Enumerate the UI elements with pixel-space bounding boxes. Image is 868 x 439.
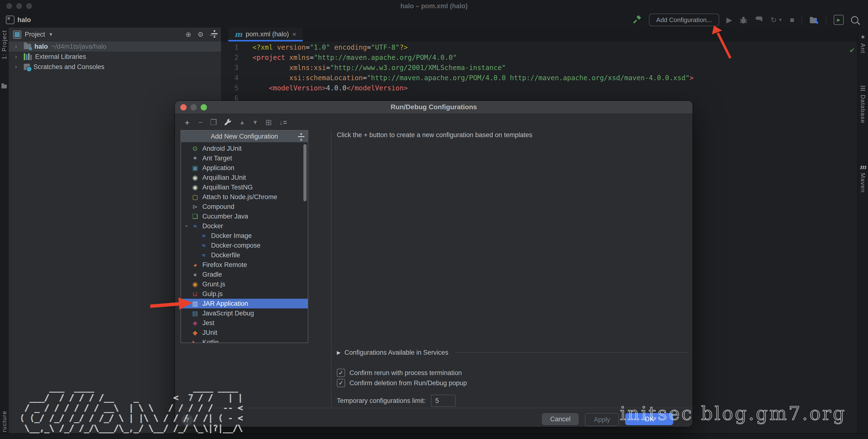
code-line: 2<project xmlns="http://maven.apache.org… [221,53,858,63]
config-type-item[interactable]: ◉Grunt.js [181,279,308,289]
chevron-right-icon[interactable]: ▶ [337,350,340,355]
project-widget[interactable]: halo [6,15,31,24]
apply-button[interactable]: Apply [585,413,619,426]
tool-windows-icon[interactable] [809,16,818,24]
config-type-label: JavaScript Debug [202,310,254,317]
code-line: 4 xsi:schemaLocation="http://maven.apach… [221,73,858,83]
config-type-item[interactable]: ›≈Docker [181,221,308,231]
config-type-item[interactable]: ●Gradle [181,270,308,279]
chevron-down-icon[interactable]: ▼ [49,32,53,37]
inspections-ok-icon[interactable]: ✔ [850,45,855,55]
kotlin-icon: ◣ [191,339,199,343]
tool-stripe-structure[interactable]: ructure [1,411,8,432]
config-type-item[interactable]: ◈Jest [181,318,308,328]
config-type-item[interactable]: ⊳Compound [181,202,308,212]
config-type-item[interactable]: ◣Kotlin [181,338,308,343]
toolbar-divider [826,16,826,24]
maven-file-icon: m [235,30,242,38]
config-type-item[interactable]: ⊔Gulp.js [181,289,308,299]
collapse-all-icon[interactable]: ▼▲ [211,30,218,38]
temporary-limit-input[interactable] [431,395,456,407]
config-type-item[interactable]: ≈Dockerfile [181,250,308,260]
add-icon[interactable]: ＋ [183,119,191,126]
config-type-item[interactable]: ▤JavaScript Debug [181,308,308,318]
tool-stripe-maven[interactable]: m Maven [858,163,868,193]
config-type-item[interactable]: ✶Ant Target [181,153,308,163]
config-type-item[interactable]: ▢Attach to Node.js/Chrome [181,192,308,202]
config-type-item[interactable]: ◉Arquillian TestNG [181,182,308,192]
close-tab-icon[interactable]: × [292,31,296,38]
tool-stripe-project[interactable]: 1: Project [1,30,8,59]
confirm-rerun-checkbox-row[interactable]: ✓ Confirm rerun with process termination [337,368,462,378]
dialog-divider [331,130,332,408]
project-icon [6,15,14,24]
footer-separator [175,408,692,408]
coverage-icon[interactable]: ↻ [770,16,777,24]
line-number: 3 [221,63,247,73]
config-type-item[interactable]: ▣Application [181,163,308,173]
config-type-item[interactable]: ≈Docker Image [181,231,308,241]
code-line: 3 xmlns:xsi="http://www.w3.org/2001/XMLS… [221,63,858,73]
gear-icon[interactable]: ⚙ [197,31,204,38]
profiler-icon[interactable] [755,16,763,24]
chevron-right-icon[interactable]: › [15,63,20,70]
config-type-item[interactable]: ❑Cucumber Java [181,212,308,221]
list-scrollbar[interactable] [303,144,307,201]
watermark-blog-url: initsec blog.gm7.org [620,403,846,424]
tab-pom-xml[interactable]: m pom.xml (halo) × [228,28,303,41]
filter-collapse-icon[interactable]: ▼▲ [298,132,304,141]
code-line: 1<?xml version="1.0" encoding="UTF-8"?> [221,42,858,53]
build-hammer-icon[interactable] [633,15,642,24]
config-type-item[interactable]: ◆JUnit [181,328,308,338]
config-type-label: Compound [202,203,234,211]
project-view-selector[interactable]: Project [25,31,45,38]
move-up-icon[interactable]: ▲ [239,120,245,125]
checkbox-checked-icon[interactable]: ✓ [337,379,345,387]
cancel-button[interactable]: Cancel [542,413,579,425]
dialog-minimize-icon[interactable] [190,104,197,111]
dialog-close-icon[interactable] [180,104,187,111]
coverage-dropdown-icon[interactable]: ▼ [778,18,782,22]
tree-item-external-libraries[interactable]: › External Libraries [9,52,221,62]
confirm-deletion-checkbox-row[interactable]: ✓ Confirm deletion from Run/Debug popup [337,378,467,388]
tree-item-scratches[interactable]: › Scratches and Consoles [9,62,221,72]
config-type-item[interactable]: ◉Arquillian JUnit [181,173,308,182]
stop-icon[interactable]: ■ [790,16,794,24]
config-type-label: Docker Image [211,232,252,240]
tool-stripe-database[interactable]: ☰ Database [858,85,868,124]
project-widget-label: halo [18,16,31,24]
checkbox-checked-icon[interactable]: ✓ [337,369,345,377]
bookmark-folder-icon[interactable] [1,85,7,88]
run-icon[interactable]: ▶ [726,16,732,24]
config-type-item[interactable]: ▥JAR Application [181,299,308,308]
sort-alphabetically-icon[interactable]: ↓ [279,118,287,126]
move-down-icon[interactable]: ▼ [252,120,258,125]
right-tool-stripe: ✶ Ant ☰ Database m Maven [857,28,868,434]
services-section[interactable]: ▶ Configurations Available in Services [337,348,689,357]
project-tree: › halo ~/d4m1ts/java/halo › External Lib… [9,41,221,72]
edit-templates-wrench-icon[interactable] [224,119,232,126]
config-type-item[interactable]: ◕Firefox Remote [181,260,308,270]
chevron-right-icon[interactable]: › [15,53,20,60]
debug-bug-icon[interactable] [739,16,748,24]
config-type-label: JAR Application [202,300,248,308]
search-everywhere-icon[interactable] [851,16,858,24]
run-anything-icon[interactable]: ▶ [834,15,844,25]
tree-item-halo[interactable]: › halo ~/d4m1ts/java/halo [9,41,221,52]
config-type-item[interactable]: ≈Docker-compose [181,241,308,250]
remove-icon[interactable]: − [198,119,203,126]
tool-stripe-ant[interactable]: ✶ Ant [858,33,868,54]
chevron-right-icon[interactable]: › [15,43,20,50]
copy-icon[interactable]: ❐ [210,119,217,126]
code-line: 5 <modelVersion>4.0.0</modelVersion> [221,83,858,93]
dialog-zoom-icon[interactable] [200,104,207,111]
add-configuration-button[interactable]: Add Configuration... [649,13,719,26]
run-toolbar: Add Configuration... ▶ ↻ ▼ ■ ▶ [633,13,860,26]
chevron-expanded-icon[interactable]: › [183,222,190,230]
ant-icon: ✶ [191,155,199,162]
config-type-item[interactable]: ⊙Android JUnit [181,144,308,153]
new-folder-icon[interactable]: ⊞ [265,119,272,126]
locate-file-icon[interactable]: ⊕ [185,31,191,38]
project-folder-icon [24,44,31,49]
section-separator [455,352,689,353]
